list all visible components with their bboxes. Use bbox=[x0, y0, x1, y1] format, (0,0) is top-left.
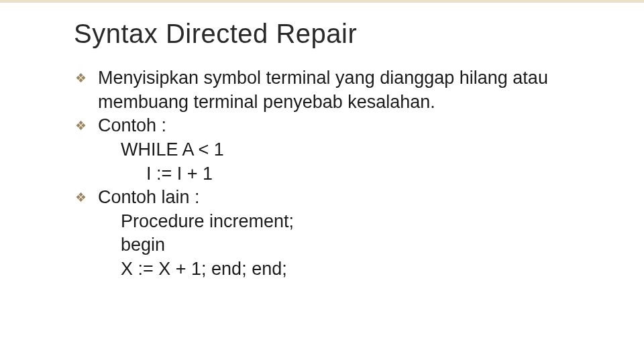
diamond-bullet-icon: ❖ bbox=[74, 186, 98, 209]
bullet-item: ❖Contoh : bbox=[74, 114, 584, 138]
slide: Syntax Directed Repair ❖Menyisipkan symb… bbox=[0, 0, 644, 362]
bullet-item: ❖Contoh lain : bbox=[74, 186, 584, 210]
bullet-subline: begin bbox=[74, 233, 584, 257]
bullet-subline: I := I + 1 bbox=[74, 162, 584, 186]
slide-body: ❖Menyisipkan symbol terminal yang diangg… bbox=[74, 66, 584, 282]
bullet-subline: WHILE A < 1 bbox=[74, 138, 584, 162]
bullet-item: ❖Menyisipkan symbol terminal yang diangg… bbox=[74, 66, 584, 114]
bullet-text: Contoh lain : bbox=[98, 186, 584, 210]
bullet-text: Contoh : bbox=[98, 114, 584, 138]
bullet-subline: Procedure increment; bbox=[74, 210, 584, 234]
slide-title: Syntax Directed Repair bbox=[74, 19, 584, 49]
bullet-text: Menyisipkan symbol terminal yang diangga… bbox=[98, 66, 584, 114]
bullet-subline: X := X + 1; end; end; bbox=[74, 257, 584, 282]
diamond-bullet-icon: ❖ bbox=[74, 66, 98, 90]
diamond-bullet-icon: ❖ bbox=[74, 114, 98, 137]
